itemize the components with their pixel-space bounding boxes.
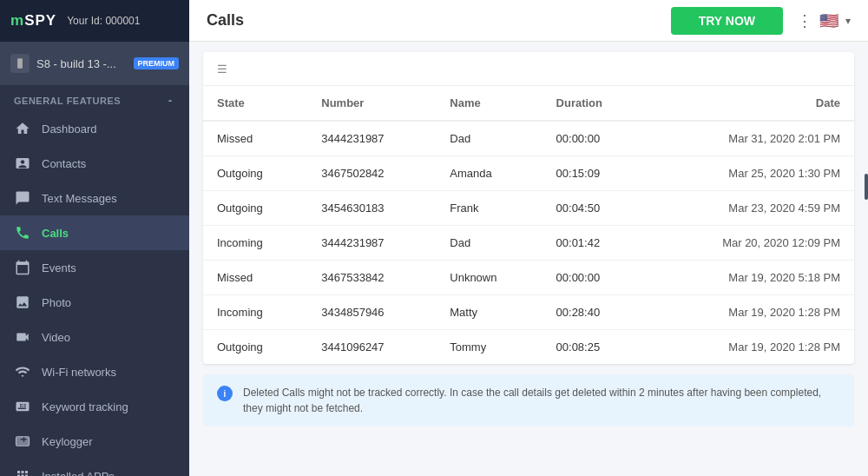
calendar-icon (14, 259, 31, 276)
cell-date: Mar 20, 2020 12:09 PM (648, 226, 854, 261)
sidebar-item-events[interactable]: Events (0, 250, 189, 285)
col-state: State (203, 86, 307, 121)
topbar: Calls TRY NOW ⋮ 🇺🇸 ▾ (189, 0, 868, 42)
cell-name: Dad (436, 226, 542, 261)
cell-date: Mar 19, 2020 1:28 PM (648, 330, 854, 365)
cell-duration: 00:28:40 (542, 295, 648, 330)
sidebar-item-contacts[interactable]: Contacts (0, 146, 189, 181)
info-box: i Deleted Calls might not be tracked cor… (203, 374, 854, 426)
cell-date: Mar 25, 2020 1:30 PM (648, 156, 854, 191)
sidebar-item-installed-apps[interactable]: Installed APPs (0, 459, 189, 476)
video-icon (14, 328, 31, 346)
user-id: Your Id: 000001 (67, 15, 140, 27)
cell-name: Tommy (436, 330, 542, 365)
table-row: Incoming 3434857946 Matty 00:28:40 Mar 1… (203, 295, 854, 330)
col-name: Name (436, 86, 542, 121)
messages-icon (14, 189, 31, 207)
cell-duration: 00:00:00 (542, 121, 648, 156)
try-now-button[interactable]: TRY NOW (671, 7, 783, 35)
cell-number: 3441096247 (307, 330, 436, 365)
cell-name: Frank (436, 191, 542, 226)
col-date: Date (648, 86, 854, 121)
premium-badge: PREMIUM (134, 57, 180, 69)
cell-duration: 00:08:25 (542, 330, 648, 365)
keyboard-icon (14, 398, 31, 415)
sidebar-item-photo[interactable]: Photo (0, 285, 189, 320)
cell-state: Incoming (203, 226, 307, 261)
cell-duration: 00:04:50 (542, 191, 648, 226)
cell-state: Outgoing (203, 156, 307, 191)
language-flag[interactable]: 🇺🇸 (819, 11, 838, 30)
toolbar-icon: ☰ (217, 63, 227, 76)
calls-table: State Number Name Duration Date Missed 3… (203, 86, 854, 364)
sidebar-item-calls[interactable]: Calls (0, 215, 189, 250)
device-icon (10, 54, 30, 73)
col-duration: Duration (542, 86, 648, 121)
cell-number: 3444231987 (307, 226, 436, 261)
contacts-icon (14, 155, 31, 172)
svg-rect-0 (17, 58, 23, 69)
table-header-row: State Number Name Duration Date (203, 86, 854, 121)
sidebar-item-keylogger[interactable]: Keylogger (0, 424, 189, 459)
cell-name: Dad (436, 121, 542, 156)
cell-duration: 00:15:09 (542, 156, 648, 191)
sidebar-item-dashboard[interactable]: Dashboard (0, 111, 189, 146)
cell-date: Mar 31, 2020 2:01 PM (648, 121, 854, 156)
device-bar: S8 - build 13 -... PREMIUM (0, 42, 189, 85)
content-area: ☰ State Number Name Duration Date Missed… (189, 42, 868, 476)
cell-number: 3454630183 (307, 191, 436, 226)
sidebar-item-wifi[interactable]: Wi-Fi networks (0, 354, 189, 389)
table-toolbar: ☰ (203, 52, 854, 86)
cell-name: Matty (436, 295, 542, 330)
phone-icon (14, 224, 31, 241)
cell-state: Missed (203, 121, 307, 156)
info-icon: i (217, 386, 233, 401)
device-name: S8 - build 13 -... (36, 57, 127, 70)
wifi-icon (14, 363, 31, 380)
topbar-actions: ⋮ 🇺🇸 ▾ (797, 11, 851, 30)
sidebar: mSPY Your Id: 000001 S8 - build 13 -... … (0, 0, 189, 476)
cell-date: Mar 19, 2020 1:28 PM (648, 295, 854, 330)
cell-duration: 00:00:00 (542, 261, 648, 295)
page-title: Calls (207, 11, 657, 30)
cell-name: Amanda (436, 156, 542, 191)
cell-date: Mar 19, 2020 5:18 PM (648, 261, 854, 295)
home-icon (14, 120, 31, 137)
general-features-label: GENERAL FEATURES (0, 85, 189, 111)
more-options-button[interactable]: ⋮ (797, 13, 812, 29)
cell-number: 3444231987 (307, 121, 436, 156)
table-row: Missed 3444231987 Dad 00:00:00 Mar 31, 2… (203, 121, 854, 156)
language-dropdown-icon: ▾ (845, 15, 851, 27)
table-row: Outgoing 3467502842 Amanda 00:15:09 Mar … (203, 156, 854, 191)
info-text: Deleted Calls might not be tracked corre… (243, 385, 840, 416)
cell-state: Outgoing (203, 330, 307, 365)
cell-state: Incoming (203, 295, 307, 330)
table-row: Outgoing 3441096247 Tommy 00:08:25 Mar 1… (203, 330, 854, 365)
sidebar-item-text-messages[interactable]: Text Messages (0, 181, 189, 215)
calls-table-card: ☰ State Number Name Duration Date Missed… (203, 52, 854, 364)
keylogger-icon (14, 433, 31, 450)
logo: mSPY (10, 12, 56, 30)
table-row: Incoming 3444231987 Dad 00:01:42 Mar 20,… (203, 226, 854, 261)
col-number: Number (307, 86, 436, 121)
cell-number: 3467502842 (307, 156, 436, 191)
cell-number: 3467533842 (307, 261, 436, 295)
cell-date: Mar 23, 2020 4:59 PM (648, 191, 854, 226)
sidebar-header: mSPY Your Id: 000001 (0, 0, 189, 42)
cell-state: Outgoing (203, 191, 307, 226)
cell-name: Unknown (436, 261, 542, 295)
sidebar-item-video[interactable]: Video (0, 320, 189, 354)
cell-number: 3434857946 (307, 295, 436, 330)
apps-icon (14, 467, 31, 476)
photo-icon (14, 294, 31, 311)
cell-state: Missed (203, 261, 307, 295)
table-row: Missed 3467533842 Unknown 00:00:00 Mar 1… (203, 261, 854, 295)
main-content: Calls TRY NOW ⋮ 🇺🇸 ▾ ☰ State Number Name… (189, 0, 868, 476)
sidebar-item-keyword-tracking[interactable]: Keyword tracking (0, 389, 189, 424)
table-row: Outgoing 3454630183 Frank 00:04:50 Mar 2… (203, 191, 854, 226)
cell-duration: 00:01:42 (542, 226, 648, 261)
